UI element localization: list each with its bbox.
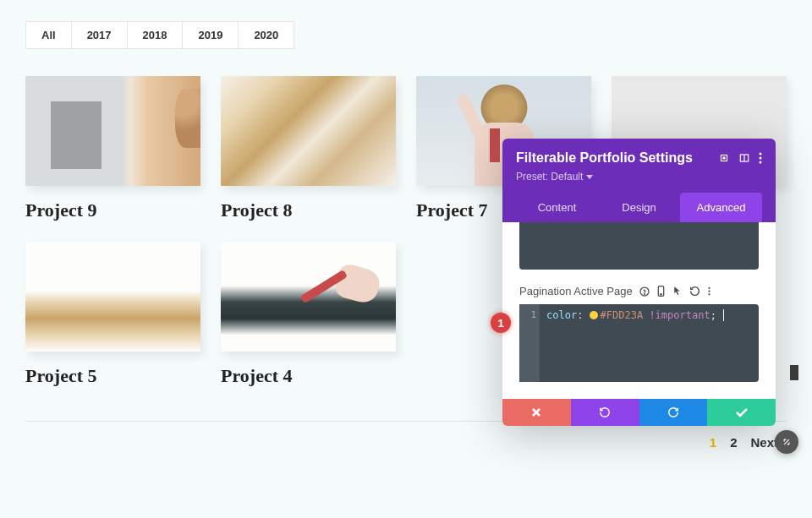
redo-icon <box>667 406 680 418</box>
filter-2020[interactable]: 2020 <box>238 21 294 49</box>
code-content: color: #FDD23A !important; <box>540 304 731 382</box>
reset-icon[interactable] <box>689 286 700 297</box>
line-number: 1 <box>519 304 540 382</box>
project-title: Project 5 <box>25 365 200 387</box>
tab-content[interactable]: Content <box>516 193 598 222</box>
portfolio-card[interactable]: Project 9 <box>25 76 200 221</box>
page-1[interactable]: 1 <box>710 435 716 450</box>
help-icon[interactable] <box>639 286 650 297</box>
section-label: Pagination Active Page <box>519 285 633 297</box>
tab-design[interactable]: Design <box>598 193 680 222</box>
portfolio-card[interactable]: Project 8 <box>221 76 396 221</box>
filter-2019[interactable]: 2019 <box>182 21 239 49</box>
annotation-badge: 1 <box>491 313 511 333</box>
svg-point-11 <box>708 287 710 289</box>
thumbnail <box>25 242 200 352</box>
undo-button[interactable] <box>571 399 639 426</box>
svg-point-4 <box>760 153 762 155</box>
close-button[interactable] <box>502 399 571 426</box>
filter-tabs: All 2017 2018 2019 2020 <box>25 21 787 49</box>
preset-select[interactable]: Preset: Default <box>516 171 762 183</box>
svg-point-6 <box>760 161 762 164</box>
close-icon <box>531 407 541 417</box>
tab-advanced[interactable]: Advanced <box>680 193 762 222</box>
project-title: Project 9 <box>25 199 200 221</box>
redo-button[interactable] <box>639 399 708 426</box>
settings-modal: Filterable Portfolio Settings Preset: De… <box>502 139 776 426</box>
drag-handle[interactable] <box>790 365 798 380</box>
undo-icon <box>598 406 612 418</box>
hover-icon[interactable] <box>672 286 682 297</box>
svg-point-5 <box>760 157 762 160</box>
svg-point-1 <box>723 157 725 159</box>
svg-point-8 <box>644 293 645 294</box>
chevron-down-icon <box>586 175 593 179</box>
more-icon[interactable] <box>708 286 710 297</box>
modal-title: Filterable Portfolio Settings <box>516 150 693 166</box>
filter-2018[interactable]: 2018 <box>127 21 184 49</box>
resize-handle[interactable] <box>775 430 798 454</box>
filter-2017[interactable]: 2017 <box>71 21 128 49</box>
svg-point-13 <box>708 293 710 295</box>
modal-tabs: Content Design Advanced <box>516 193 762 222</box>
project-title: Project 4 <box>221 365 396 387</box>
color-swatch-icon <box>590 311 598 319</box>
portfolio-card[interactable]: Project 5 <box>25 242 200 387</box>
thumbnail <box>221 76 396 186</box>
resize-icon <box>781 436 793 448</box>
code-area[interactable] <box>519 222 759 270</box>
filter-all[interactable]: All <box>25 21 72 49</box>
page-2[interactable]: 2 <box>730 435 737 450</box>
more-icon[interactable] <box>759 152 762 164</box>
css-editor[interactable]: 1 color: #FDD23A !important; <box>519 304 759 382</box>
svg-point-10 <box>661 294 661 295</box>
thumbnail <box>221 242 396 352</box>
preset-label: Preset: Default <box>516 171 583 183</box>
thumbnail <box>25 76 200 186</box>
svg-point-12 <box>708 290 710 292</box>
expand-icon[interactable] <box>718 152 730 164</box>
save-button[interactable] <box>707 399 776 426</box>
check-icon <box>736 408 748 417</box>
columns-icon[interactable] <box>738 152 750 164</box>
project-title: Project 8 <box>221 199 396 221</box>
portfolio-card[interactable]: Project 4 <box>221 242 396 387</box>
mobile-icon[interactable] <box>657 286 665 297</box>
pagination: 1 2 Next <box>25 435 787 450</box>
